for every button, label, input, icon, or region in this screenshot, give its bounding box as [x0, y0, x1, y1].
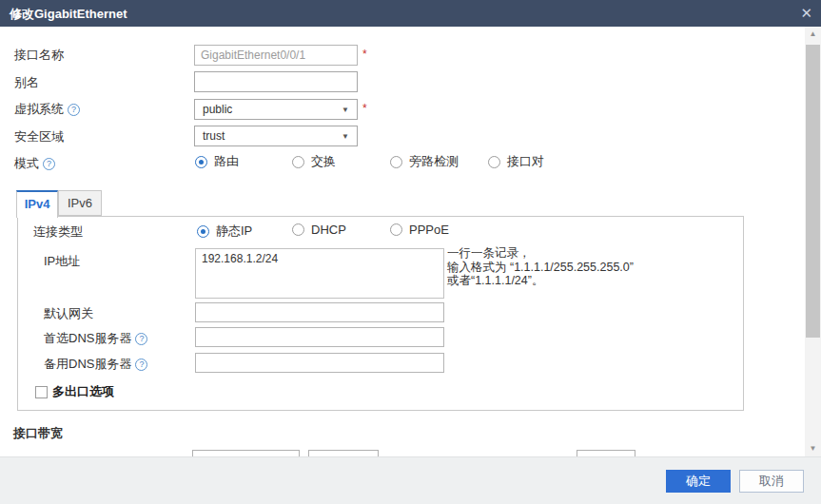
primary-dns-label: 首选DNS服务器? — [44, 330, 147, 347]
radio-selected-icon — [195, 156, 207, 168]
mode-label: 模式? — [14, 155, 55, 172]
connection-type-static-ip[interactable]: 静态IP — [197, 223, 252, 240]
scroll-up-icon[interactable]: ▲ — [805, 27, 821, 42]
interface-name-input[interactable] — [194, 45, 358, 66]
tab-ipv6[interactable]: IPv6 — [58, 190, 102, 216]
connection-type-label: 连接类型 — [33, 223, 83, 241]
tab-ipv6-label: IPv6 — [68, 196, 92, 210]
scrollbar-thumb[interactable] — [806, 45, 820, 338]
required-asterisk: * — [362, 48, 367, 61]
ip-format-hint-line: 或者“1.1.1.1/24”。 — [447, 274, 634, 288]
mode-option-label: 接口对 — [507, 153, 544, 170]
radio-selected-icon — [197, 225, 209, 238]
mode-option-switch[interactable]: 交换 — [292, 153, 336, 170]
virtual-system-select[interactable]: public ▼ — [194, 99, 358, 120]
help-icon[interactable]: ? — [135, 333, 147, 345]
mode-label-text: 模式 — [14, 156, 39, 170]
mode-option-route[interactable]: 路由 — [195, 153, 239, 170]
mode-option-bypass[interactable]: 旁路检测 — [390, 153, 459, 170]
dialog-footer: 确定 取消 — [0, 456, 821, 504]
secondary-dns-label-text: 备用DNS服务器 — [44, 357, 131, 371]
primary-dns-label-text: 首选DNS服务器 — [44, 331, 131, 345]
ip-format-hint-line: 一行一条记录， — [447, 246, 634, 261]
multi-exit-option[interactable]: 多出口选项 — [35, 383, 114, 400]
ok-button[interactable]: 确定 — [666, 470, 731, 493]
interface-name-label: 接口名称 — [14, 47, 64, 64]
virtual-system-label: 虚拟系统? — [14, 101, 80, 118]
alias-label: 别名 — [14, 74, 39, 91]
security-zone-label: 安全区域 — [14, 128, 64, 145]
mode-option-label: 旁路检测 — [409, 153, 459, 170]
mode-option-label: 路由 — [214, 153, 239, 170]
radio-icon — [292, 223, 304, 236]
connection-type-option-label: 静态IP — [216, 223, 252, 240]
connection-type-option-label: PPPoE — [409, 223, 449, 237]
secondary-dns-label: 备用DNS服务器? — [44, 356, 147, 373]
primary-dns-input[interactable] — [195, 327, 444, 347]
tab-ipv4-label: IPv4 — [25, 197, 50, 211]
dialog-titlebar: 修改GigabitEthernet ✕ — [0, 0, 821, 27]
chevron-down-icon: ▼ — [342, 106, 349, 114]
connection-type-option-label: DHCP — [311, 223, 346, 237]
modify-interface-dialog: 修改GigabitEthernet ✕ 接口名称 * 别名 虚拟系统? publ… — [0, 0, 821, 504]
secondary-dns-input[interactable] — [195, 353, 444, 373]
connection-type-dhcp[interactable]: DHCP — [292, 223, 346, 237]
multi-exit-label: 多出口选项 — [52, 383, 114, 400]
radio-icon — [292, 156, 304, 168]
radio-icon — [488, 156, 500, 168]
close-icon[interactable]: ✕ — [800, 4, 812, 23]
virtual-system-label-text: 虚拟系统 — [14, 102, 64, 116]
ip-address-label: IP地址 — [44, 253, 80, 270]
vertical-scrollbar[interactable]: ▲ ▼ — [805, 27, 821, 456]
chevron-down-icon: ▼ — [342, 132, 349, 141]
security-zone-select[interactable]: trust ▼ — [194, 126, 358, 146]
help-icon[interactable]: ? — [135, 359, 147, 371]
help-icon[interactable]: ? — [68, 104, 80, 116]
cancel-button[interactable]: 取消 — [739, 470, 804, 493]
scroll-down-icon[interactable]: ▼ — [805, 441, 821, 456]
tab-ipv4[interactable]: IPv4 — [16, 190, 58, 218]
bandwidth-section-title: 接口带宽 — [13, 425, 63, 442]
default-gateway-label: 默认网关 — [44, 305, 93, 322]
ip-address-textarea[interactable]: 192.168.1.2/24 — [195, 248, 444, 299]
default-gateway-input[interactable] — [195, 302, 444, 322]
mode-option-label: 交换 — [311, 153, 336, 170]
ip-format-hint: 一行一条记录， 输入格式为 “1.1.1.1/255.255.255.0” 或者… — [447, 246, 634, 288]
security-zone-value: trust — [203, 129, 225, 143]
ip-format-hint-line: 输入格式为 “1.1.1.1/255.255.255.0” — [447, 261, 634, 275]
required-asterisk: * — [362, 102, 367, 115]
mode-option-interface-pair[interactable]: 接口对 — [488, 153, 544, 170]
help-icon[interactable]: ? — [43, 158, 55, 170]
connection-type-pppoe[interactable]: PPPoE — [390, 223, 449, 237]
virtual-system-value: public — [203, 103, 232, 116]
radio-icon — [390, 156, 402, 168]
radio-icon — [390, 223, 402, 236]
dialog-title: 修改GigabitEthernet — [10, 6, 127, 23]
checkbox-icon — [35, 386, 48, 398]
alias-input[interactable] — [194, 71, 358, 92]
